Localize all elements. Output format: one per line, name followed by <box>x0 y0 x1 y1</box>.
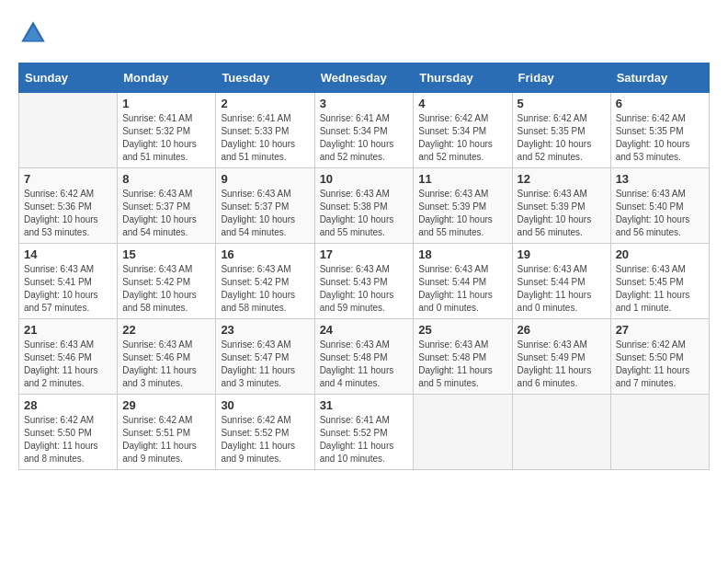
day-number: 19 <box>518 247 606 261</box>
cell-info: Sunrise: 6:41 AM Sunset: 5:52 PM Dayligh… <box>320 414 409 465</box>
cell-info: Sunrise: 6:42 AM Sunset: 5:35 PM Dayligh… <box>518 112 606 164</box>
week-row-3: 14Sunrise: 6:43 AM Sunset: 5:41 PM Dayli… <box>19 244 710 319</box>
cell-info: Sunrise: 6:43 AM Sunset: 5:44 PM Dayligh… <box>518 263 606 315</box>
calendar-cell: 13Sunrise: 6:43 AM Sunset: 5:40 PM Dayli… <box>610 168 709 244</box>
calendar-cell <box>19 93 118 168</box>
day-number: 20 <box>616 247 704 261</box>
cell-info: Sunrise: 6:43 AM Sunset: 5:42 PM Dayligh… <box>122 263 210 315</box>
cell-info: Sunrise: 6:42 AM Sunset: 5:51 PM Dayligh… <box>122 414 210 465</box>
calendar-cell <box>610 395 709 470</box>
calendar-cell: 25Sunrise: 6:43 AM Sunset: 5:48 PM Dayli… <box>414 319 512 395</box>
cell-info: Sunrise: 6:43 AM Sunset: 5:46 PM Dayligh… <box>122 339 210 390</box>
day-number: 24 <box>320 323 409 337</box>
day-number: 11 <box>418 172 506 186</box>
day-number: 29 <box>122 398 210 412</box>
calendar-cell: 17Sunrise: 6:43 AM Sunset: 5:43 PM Dayli… <box>314 244 414 319</box>
cell-info: Sunrise: 6:43 AM Sunset: 5:45 PM Dayligh… <box>616 263 704 315</box>
day-number: 1 <box>122 97 210 110</box>
cell-info: Sunrise: 6:42 AM Sunset: 5:52 PM Dayligh… <box>221 414 309 465</box>
day-number: 6 <box>616 97 704 110</box>
cell-info: Sunrise: 6:43 AM Sunset: 5:42 PM Dayligh… <box>221 263 309 315</box>
calendar-cell: 2Sunrise: 6:41 AM Sunset: 5:33 PM Daylig… <box>216 93 314 168</box>
calendar-cell: 6Sunrise: 6:42 AM Sunset: 5:35 PM Daylig… <box>610 93 709 168</box>
cell-info: Sunrise: 6:43 AM Sunset: 5:37 PM Dayligh… <box>221 188 309 239</box>
cell-info: Sunrise: 6:43 AM Sunset: 5:47 PM Dayligh… <box>221 339 309 390</box>
calendar-cell: 19Sunrise: 6:43 AM Sunset: 5:44 PM Dayli… <box>512 244 610 319</box>
day-number: 2 <box>221 97 309 110</box>
calendar-cell: 22Sunrise: 6:43 AM Sunset: 5:46 PM Dayli… <box>118 319 216 395</box>
calendar-cell: 28Sunrise: 6:42 AM Sunset: 5:50 PM Dayli… <box>19 395 118 470</box>
day-header-wednesday: Wednesday <box>314 63 414 93</box>
cell-info: Sunrise: 6:43 AM Sunset: 5:48 PM Dayligh… <box>418 339 506 390</box>
calendar-cell <box>414 395 512 470</box>
cell-info: Sunrise: 6:43 AM Sunset: 5:43 PM Dayligh… <box>320 263 409 315</box>
week-row-2: 7Sunrise: 6:42 AM Sunset: 5:36 PM Daylig… <box>19 168 710 244</box>
calendar-cell: 21Sunrise: 6:43 AM Sunset: 5:46 PM Dayli… <box>19 319 118 395</box>
calendar-cell: 4Sunrise: 6:42 AM Sunset: 5:34 PM Daylig… <box>414 93 512 168</box>
calendar-cell: 31Sunrise: 6:41 AM Sunset: 5:52 PM Dayli… <box>314 395 414 470</box>
calendar-cell: 18Sunrise: 6:43 AM Sunset: 5:44 PM Dayli… <box>414 244 512 319</box>
day-number: 5 <box>518 97 606 110</box>
calendar-cell: 11Sunrise: 6:43 AM Sunset: 5:39 PM Dayli… <box>414 168 512 244</box>
cell-info: Sunrise: 6:43 AM Sunset: 5:41 PM Dayligh… <box>24 263 112 315</box>
calendar-cell: 23Sunrise: 6:43 AM Sunset: 5:47 PM Dayli… <box>216 319 314 395</box>
cell-info: Sunrise: 6:42 AM Sunset: 5:50 PM Dayligh… <box>616 339 704 390</box>
calendar-cell: 7Sunrise: 6:42 AM Sunset: 5:36 PM Daylig… <box>19 168 118 244</box>
calendar-cell: 14Sunrise: 6:43 AM Sunset: 5:41 PM Dayli… <box>19 244 118 319</box>
day-header-thursday: Thursday <box>414 63 512 93</box>
cell-info: Sunrise: 6:42 AM Sunset: 5:34 PM Dayligh… <box>418 112 506 164</box>
day-number: 15 <box>122 247 210 261</box>
day-header-friday: Friday <box>512 63 610 93</box>
calendar-cell: 15Sunrise: 6:43 AM Sunset: 5:42 PM Dayli… <box>118 244 216 319</box>
day-number: 31 <box>320 398 409 412</box>
week-row-4: 21Sunrise: 6:43 AM Sunset: 5:46 PM Dayli… <box>19 319 710 395</box>
day-header-saturday: Saturday <box>610 63 709 93</box>
cell-info: Sunrise: 6:43 AM Sunset: 5:40 PM Dayligh… <box>616 188 704 239</box>
cell-info: Sunrise: 6:43 AM Sunset: 5:49 PM Dayligh… <box>518 339 606 390</box>
day-number: 10 <box>320 172 409 186</box>
calendar-cell: 12Sunrise: 6:43 AM Sunset: 5:39 PM Dayli… <box>512 168 610 244</box>
calendar-cell: 3Sunrise: 6:41 AM Sunset: 5:34 PM Daylig… <box>314 93 414 168</box>
cell-info: Sunrise: 6:42 AM Sunset: 5:35 PM Dayligh… <box>616 112 704 164</box>
day-header-tuesday: Tuesday <box>216 63 314 93</box>
calendar-cell <box>512 395 610 470</box>
day-number: 4 <box>418 97 506 110</box>
cell-info: Sunrise: 6:41 AM Sunset: 5:34 PM Dayligh… <box>320 112 409 164</box>
cell-info: Sunrise: 6:43 AM Sunset: 5:44 PM Dayligh… <box>418 263 506 315</box>
day-number: 25 <box>418 323 506 337</box>
day-number: 17 <box>320 247 409 261</box>
calendar-cell: 27Sunrise: 6:42 AM Sunset: 5:50 PM Dayli… <box>610 319 709 395</box>
day-number: 7 <box>24 172 112 186</box>
day-header-monday: Monday <box>118 63 216 93</box>
calendar-cell: 10Sunrise: 6:43 AM Sunset: 5:38 PM Dayli… <box>314 168 414 244</box>
week-row-1: 1Sunrise: 6:41 AM Sunset: 5:32 PM Daylig… <box>19 93 710 168</box>
day-number: 30 <box>221 398 309 412</box>
calendar-cell: 30Sunrise: 6:42 AM Sunset: 5:52 PM Dayli… <box>216 395 314 470</box>
cell-info: Sunrise: 6:43 AM Sunset: 5:39 PM Dayligh… <box>418 188 506 239</box>
logo <box>18 18 53 48</box>
cell-info: Sunrise: 6:43 AM Sunset: 5:39 PM Dayligh… <box>518 188 606 239</box>
day-number: 16 <box>221 247 309 261</box>
day-number: 21 <box>24 323 112 337</box>
calendar-cell: 26Sunrise: 6:43 AM Sunset: 5:49 PM Dayli… <box>512 319 610 395</box>
day-number: 3 <box>320 97 409 110</box>
day-number: 13 <box>616 172 704 186</box>
header-row: SundayMondayTuesdayWednesdayThursdayFrid… <box>19 63 710 93</box>
calendar-cell: 9Sunrise: 6:43 AM Sunset: 5:37 PM Daylig… <box>216 168 314 244</box>
calendar-table: SundayMondayTuesdayWednesdayThursdayFrid… <box>18 63 710 470</box>
day-number: 9 <box>221 172 309 186</box>
day-number: 18 <box>418 247 506 261</box>
cell-info: Sunrise: 6:41 AM Sunset: 5:32 PM Dayligh… <box>122 112 210 164</box>
cell-info: Sunrise: 6:41 AM Sunset: 5:33 PM Dayligh… <box>221 112 309 164</box>
cell-info: Sunrise: 6:42 AM Sunset: 5:50 PM Dayligh… <box>24 414 112 465</box>
calendar-cell: 8Sunrise: 6:43 AM Sunset: 5:37 PM Daylig… <box>118 168 216 244</box>
day-number: 27 <box>616 323 704 337</box>
day-number: 8 <box>122 172 210 186</box>
day-header-sunday: Sunday <box>19 63 118 93</box>
calendar-cell: 16Sunrise: 6:43 AM Sunset: 5:42 PM Dayli… <box>216 244 314 319</box>
cell-info: Sunrise: 6:42 AM Sunset: 5:36 PM Dayligh… <box>24 188 112 239</box>
day-number: 23 <box>221 323 309 337</box>
day-number: 26 <box>518 323 606 337</box>
cell-info: Sunrise: 6:43 AM Sunset: 5:46 PM Dayligh… <box>24 339 112 390</box>
cell-info: Sunrise: 6:43 AM Sunset: 5:48 PM Dayligh… <box>320 339 409 390</box>
